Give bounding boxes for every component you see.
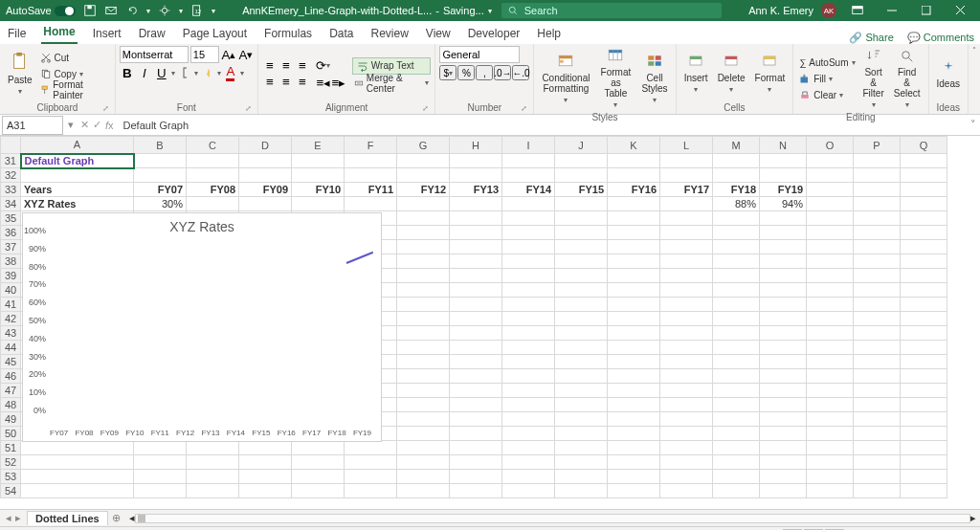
cell-P33[interactable] [854,183,901,197]
cell-L46[interactable] [660,369,713,384]
cell-Q40[interactable] [901,283,947,298]
cell-M35[interactable] [713,211,760,226]
share-button[interactable]: 🔗 Share [849,32,893,44]
cell-O51[interactable] [807,441,854,455]
cell-I34[interactable] [502,197,555,211]
cell-M45[interactable] [713,355,760,369]
cell-A51[interactable] [21,441,134,455]
cell-P43[interactable] [854,326,901,341]
cell-H38[interactable] [450,254,502,269]
cell-E32[interactable] [292,168,345,183]
decrease-indent[interactable]: ≡◂ [316,75,331,90]
touch-mode-icon[interactable] [158,4,171,17]
cell-D54[interactable] [239,484,292,498]
save-icon[interactable] [83,4,97,17]
cell-N49[interactable] [760,412,807,427]
cell-N47[interactable] [760,384,807,398]
cell-P48[interactable] [854,398,901,412]
cell-D34[interactable] [239,197,292,211]
cell-G53[interactable] [397,470,450,484]
fx-icon[interactable]: fx [105,120,114,131]
cell-K32[interactable] [608,168,660,183]
cell-H54[interactable] [450,484,502,498]
cell-K47[interactable] [608,384,660,398]
cell-E33[interactable]: FY10 [292,183,345,197]
paste-values-icon[interactable]: 12 [190,4,204,17]
cell-O49[interactable] [807,412,854,427]
fill-button[interactable]: Fill▾ [797,71,857,86]
cell-I39[interactable] [502,269,555,283]
cell-M54[interactable] [713,484,760,498]
align-center[interactable]: ≡ [278,75,294,90]
cell-C32[interactable] [187,168,239,183]
cell-O41[interactable] [807,298,854,312]
cell-B33[interactable]: FY07 [134,183,187,197]
cell-P47[interactable] [854,384,901,398]
user-avatar[interactable]: AK [821,3,836,18]
row-header-36[interactable]: 36 [1,226,21,240]
tab-view[interactable]: View [424,23,453,44]
cell-I38[interactable] [502,254,555,269]
cell-E34[interactable] [292,197,345,211]
row-header-38[interactable]: 38 [1,254,21,269]
cell-G46[interactable] [397,369,450,384]
align-middle[interactable]: ≡ [278,58,294,74]
cell-F31[interactable] [345,154,397,168]
cell-Q54[interactable] [901,484,947,498]
cell-G44[interactable] [397,341,450,355]
conditional-formatting-button[interactable]: Conditional Formatting▾ [538,52,593,106]
ideas-button[interactable]: Ideas [933,57,964,91]
col-header-C[interactable]: C [187,137,239,154]
undo-dropdown[interactable]: ▾ [146,7,150,15]
cell-M43[interactable] [713,326,760,341]
cell-G51[interactable] [397,441,450,455]
cell-O36[interactable] [807,226,854,240]
cell-I42[interactable] [502,312,555,326]
cell-K52[interactable] [608,455,660,470]
cell-K39[interactable] [608,269,660,283]
comma-format[interactable]: , [476,65,493,80]
cell-L36[interactable] [660,226,713,240]
row-header-35[interactable]: 35 [1,211,21,226]
cell-Q46[interactable] [901,369,947,384]
cell-G37[interactable] [397,240,450,254]
cell-O33[interactable] [807,183,854,197]
cell-M50[interactable] [713,427,760,441]
col-header-O[interactable]: O [807,137,854,154]
cell-O40[interactable] [807,283,854,298]
cell-O46[interactable] [807,369,854,384]
cell-Q51[interactable] [901,441,947,455]
cell-H34[interactable] [450,197,502,211]
cell-I41[interactable] [502,298,555,312]
cell-Q31[interactable] [901,154,947,168]
cell-L49[interactable] [660,412,713,427]
cell-H51[interactable] [450,441,502,455]
cell-J49[interactable] [555,412,608,427]
format-as-table-button[interactable]: Format as Table▾ [595,46,635,111]
cell-H41[interactable] [450,298,502,312]
cell-O42[interactable] [807,312,854,326]
row-header-54[interactable]: 54 [1,484,21,498]
cell-O38[interactable] [807,254,854,269]
cell-A32[interactable] [21,168,134,183]
cell-I46[interactable] [502,369,555,384]
underline-button[interactable]: U [154,65,169,80]
cell-J42[interactable] [555,312,608,326]
cell-N44[interactable] [760,341,807,355]
cell-M44[interactable] [713,341,760,355]
cell-O39[interactable] [807,269,854,283]
cell-G34[interactable] [397,197,450,211]
cell-P50[interactable] [854,427,901,441]
cell-L53[interactable] [660,470,713,484]
cell-J39[interactable] [555,269,608,283]
cell-P40[interactable] [854,283,901,298]
col-header-Q[interactable]: Q [901,137,947,154]
cell-K31[interactable] [608,154,660,168]
sheet-tab-dotted-lines[interactable]: Dotted Lines [27,511,108,525]
row-header-31[interactable]: 31 [1,154,21,168]
cell-J31[interactable] [555,154,608,168]
cell-L45[interactable] [660,355,713,369]
cell-J44[interactable] [555,341,608,355]
cell-P52[interactable] [854,455,901,470]
cell-H32[interactable] [450,168,502,183]
